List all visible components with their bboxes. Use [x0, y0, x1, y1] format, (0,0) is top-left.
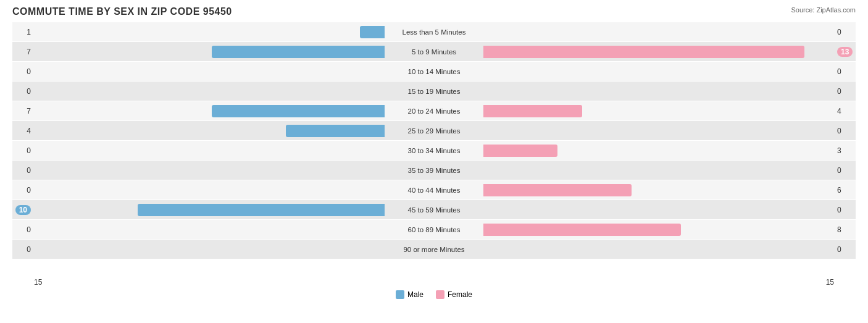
table-row: 0 30 to 34 Minutes 3	[12, 141, 856, 160]
male-bar-container	[34, 85, 385, 98]
legend-female-box	[436, 290, 444, 299]
female-bar-container	[483, 105, 834, 117]
female-value: 0	[834, 166, 856, 175]
male-bar-container	[34, 125, 385, 137]
male-bar-container	[34, 26, 385, 38]
bars-section: 90 or more Minutes	[34, 240, 834, 259]
male-bar	[138, 204, 385, 216]
female-bar-container	[483, 65, 834, 78]
table-row: 7 20 to 24 Minutes 4	[12, 101, 856, 120]
female-bar-container	[483, 145, 834, 157]
male-value: 0	[12, 225, 34, 234]
bars-section: Less than 5 Minutes	[34, 22, 834, 41]
female-bar-container	[483, 224, 834, 236]
bars-section: 15 to 19 Minutes	[34, 82, 834, 101]
axis-bottom: 15 15	[12, 278, 856, 287]
male-value: 1	[12, 28, 34, 36]
male-value: 0	[12, 87, 34, 96]
row-label: 90 or more Minutes	[385, 246, 483, 253]
female-bar	[483, 145, 557, 157]
legend-male-label: Male	[407, 290, 424, 299]
female-bar-container	[483, 26, 834, 38]
male-bar-container	[34, 105, 385, 117]
female-bar-container	[483, 125, 834, 137]
female-value: 4	[834, 107, 856, 115]
legend-female-label: Female	[448, 290, 472, 299]
male-bar-container	[34, 145, 385, 157]
male-bar	[212, 46, 385, 58]
male-value: 0	[12, 67, 34, 76]
table-row: 7 5 to 9 Minutes 13	[12, 42, 856, 61]
female-bar-container	[483, 164, 834, 177]
row-label: 10 to 14 Minutes	[385, 68, 483, 75]
female-value: 0	[834, 127, 856, 135]
female-value: 0	[834, 87, 856, 96]
row-label: 20 to 24 Minutes	[385, 107, 483, 115]
female-value: 13	[834, 48, 856, 56]
bars-section: 60 to 89 Minutes	[34, 220, 834, 239]
legend: Male Female	[12, 290, 856, 299]
female-value: 0	[834, 245, 856, 254]
table-row: 10 45 to 59 Minutes 0	[12, 200, 856, 219]
row-label: 25 to 29 Minutes	[385, 127, 483, 135]
table-row: 1 Less than 5 Minutes 0	[12, 22, 856, 41]
female-value: 6	[834, 186, 856, 195]
female-bar	[483, 184, 632, 196]
bars-section: 40 to 44 Minutes	[34, 180, 834, 199]
male-bar-container	[34, 243, 385, 256]
axis-right-label: 15	[826, 278, 834, 287]
male-value: 7	[12, 107, 34, 115]
legend-male-box	[396, 290, 404, 299]
male-bar-container	[34, 224, 385, 236]
table-row: 0 35 to 39 Minutes 0	[12, 161, 856, 180]
male-value: 7	[12, 48, 34, 56]
chart-title: COMMUTE TIME BY SEX IN ZIP CODE 95450	[12, 6, 856, 17]
male-value: 0	[12, 245, 34, 254]
legend-female: Female	[436, 290, 472, 299]
female-bar-container	[483, 184, 834, 196]
female-value: 8	[834, 225, 856, 234]
male-value: 4	[12, 127, 34, 135]
table-row: 0 15 to 19 Minutes 0	[12, 82, 856, 101]
male-bar-container	[34, 164, 385, 177]
female-bar	[483, 46, 804, 58]
female-bar-container	[483, 204, 834, 216]
row-label: Less than 5 Minutes	[385, 28, 483, 36]
bars-section: 25 to 29 Minutes	[34, 121, 834, 140]
female-bar	[483, 105, 582, 117]
female-value: 0	[834, 67, 856, 76]
chart-container: COMMUTE TIME BY SEX IN ZIP CODE 95450 So…	[0, 0, 868, 323]
row-label: 15 to 19 Minutes	[385, 88, 483, 95]
source-label: Source: ZipAtlas.com	[791, 6, 856, 14]
female-bar	[483, 224, 681, 236]
legend-male: Male	[396, 290, 424, 299]
male-value: 10	[12, 206, 34, 214]
female-bar-container	[483, 85, 834, 98]
axis-left-label: 15	[34, 278, 42, 287]
bars-section: 45 to 59 Minutes	[34, 200, 834, 219]
table-row: 0 10 to 14 Minutes 0	[12, 62, 856, 81]
male-bar	[360, 26, 385, 38]
table-row: 0 60 to 89 Minutes 8	[12, 220, 856, 239]
female-bar-container	[483, 46, 834, 58]
row-label: 30 to 34 Minutes	[385, 147, 483, 154]
male-value: 0	[12, 186, 34, 195]
table-row: 0 40 to 44 Minutes 6	[12, 180, 856, 199]
male-value: 0	[12, 146, 34, 155]
female-bar-container	[483, 243, 834, 256]
female-value: 0	[834, 206, 856, 214]
male-bar-container	[34, 184, 385, 196]
male-bar	[286, 125, 385, 137]
table-row: 0 90 or more Minutes 0	[12, 240, 856, 259]
bars-section: 20 to 24 Minutes	[34, 101, 834, 120]
male-bar-container	[34, 46, 385, 58]
male-bar-container	[34, 65, 385, 78]
table-row: 4 25 to 29 Minutes 0	[12, 121, 856, 140]
row-label: 35 to 39 Minutes	[385, 167, 483, 174]
bars-section: 30 to 34 Minutes	[34, 141, 834, 160]
row-label: 5 to 9 Minutes	[385, 48, 483, 56]
male-bar-container	[34, 204, 385, 216]
row-label: 40 to 44 Minutes	[385, 187, 483, 194]
male-value: 0	[12, 166, 34, 175]
row-label: 45 to 59 Minutes	[385, 206, 483, 214]
